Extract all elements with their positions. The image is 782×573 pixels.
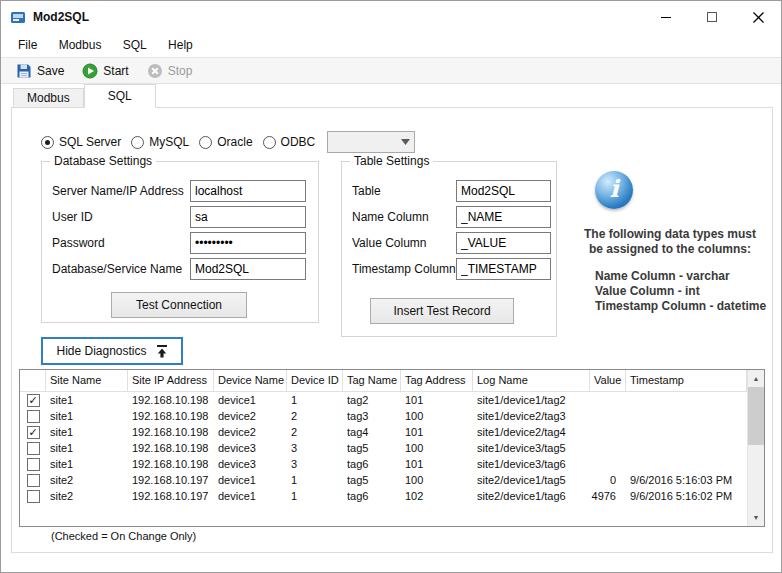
grid-cell: 100	[401, 440, 473, 456]
value-column-input[interactable]	[456, 232, 551, 254]
minimize-icon	[661, 12, 671, 22]
table-row[interactable]: site1192.168.10.198device22tag3100site1/…	[20, 408, 747, 424]
save-button[interactable]: Save	[7, 58, 73, 83]
row-checkbox[interactable]	[27, 442, 40, 455]
grid-header-check	[20, 370, 46, 391]
radio-mysql[interactable]: MySQL	[131, 135, 189, 149]
window-title: Mod2SQL	[33, 1, 89, 33]
scroll-up-icon[interactable]: ▲	[748, 370, 764, 387]
grid-header-cell[interactable]: Site IP Address	[128, 370, 214, 391]
chevron-down-icon	[396, 132, 414, 152]
title-bar[interactable]: Mod2SQL	[1, 1, 781, 33]
table-row[interactable]: site2192.168.10.197device11tag5100site2/…	[20, 472, 747, 488]
grid-scrollbar[interactable]: ▲ ▼	[747, 370, 764, 526]
table-row[interactable]: site1192.168.10.198device33tag5100site1/…	[20, 440, 747, 456]
grid-cell: device1	[214, 488, 287, 504]
grid-header-cell[interactable]: Tag Name	[343, 370, 401, 391]
tab-sql[interactable]: SQL	[84, 84, 156, 108]
radio-icon-odbc[interactable]	[263, 136, 276, 149]
odbc-dsn-dropdown[interactable]	[327, 131, 415, 153]
user-id-label: User ID	[52, 206, 93, 228]
insert-test-record-button[interactable]: Insert Test Record	[370, 298, 514, 324]
radio-icon-mysql[interactable]	[131, 136, 144, 149]
table-row[interactable]: ✓site1192.168.10.198device22tag4101site1…	[20, 424, 747, 440]
name-column-input[interactable]	[456, 206, 551, 228]
grid-cell: site1	[46, 440, 128, 456]
table-input[interactable]	[456, 180, 551, 202]
maximize-button[interactable]	[689, 1, 735, 33]
grid-cell: 192.168.10.198	[128, 392, 214, 408]
start-button[interactable]: Start	[73, 58, 137, 83]
grid-cell: 101	[401, 392, 473, 408]
grid-cell: 192.168.10.198	[128, 408, 214, 424]
grid-cell: site1	[46, 456, 128, 472]
grid-cell: site2	[46, 488, 128, 504]
grid-header-cell[interactable]: Tag Address	[401, 370, 473, 391]
grid-header-row: Site NameSite IP AddressDevice NameDevic…	[20, 370, 747, 392]
database-type-radios: SQL Server MySQL Oracle ODBC	[41, 130, 415, 154]
grid-header-cell[interactable]: Log Name	[473, 370, 590, 391]
menu-item-help[interactable]: Help	[159, 33, 202, 57]
grid-cell: 101	[401, 424, 473, 440]
grid-header-cell[interactable]: Timestamp	[626, 370, 747, 391]
grid-cell	[590, 392, 626, 408]
save-icon	[16, 63, 32, 79]
table-row[interactable]: ✓site1192.168.10.198device11tag2101site1…	[20, 392, 747, 408]
grid-cell: tag5	[343, 472, 401, 488]
grid-header-cell[interactable]: Site Name	[46, 370, 128, 391]
radio-icon-oracle[interactable]	[199, 136, 212, 149]
grid-header-cell[interactable]: Value	[590, 370, 626, 391]
grid-cell: 192.168.10.197	[128, 472, 214, 488]
menu-item-file[interactable]: File	[9, 33, 46, 57]
toolbar: Save Start Stop	[1, 57, 781, 84]
close-icon	[753, 12, 764, 23]
user-id-input[interactable]	[190, 206, 306, 228]
grid-cell	[626, 424, 747, 440]
grid-header-cell[interactable]: Device Name	[214, 370, 287, 391]
row-checkbox[interactable]: ✓	[27, 426, 40, 439]
server-name-input[interactable]	[190, 180, 306, 202]
menu-bar: File Modbus SQL Help	[1, 33, 781, 57]
radio-odbc[interactable]: ODBC	[263, 135, 316, 149]
close-button[interactable]	[735, 1, 781, 33]
checked-footnote: (Checked = On Change Only)	[51, 530, 196, 542]
radio-icon-sql-server[interactable]	[41, 136, 54, 149]
app-icon	[10, 9, 26, 25]
table-row[interactable]: site1192.168.10.198device33tag6101site1/…	[20, 456, 747, 472]
radio-oracle[interactable]: Oracle	[199, 135, 252, 149]
scrollbar-thumb[interactable]	[748, 387, 764, 445]
radio-label-mysql: MySQL	[149, 135, 189, 149]
radio-sql-server[interactable]: SQL Server	[41, 135, 121, 149]
row-checkbox[interactable]	[27, 458, 40, 471]
database-settings-group: Database Settings Server Name/IP Address…	[41, 161, 319, 323]
row-checkbox[interactable]	[27, 474, 40, 487]
info-heading-line1: The following data types must	[563, 227, 777, 242]
grid-cell: 100	[401, 408, 473, 424]
password-input[interactable]	[190, 232, 306, 254]
row-checkbox[interactable]	[27, 490, 40, 503]
hide-diagnostics-button[interactable]: Hide Diagnostics	[41, 337, 183, 365]
timestamp-column-input[interactable]	[456, 258, 551, 280]
grid-cell: site2/device1/tag5	[473, 472, 590, 488]
row-checkbox[interactable]: ✓	[27, 394, 40, 407]
grid-cell	[626, 392, 747, 408]
table-label: Table	[352, 180, 381, 202]
menu-item-modbus[interactable]: Modbus	[50, 33, 111, 57]
grid-cell: 2	[287, 424, 343, 440]
menu-item-sql[interactable]: SQL	[114, 33, 156, 57]
tab-modbus[interactable]: Modbus	[13, 88, 84, 108]
hide-diagnostics-label: Hide Diagnostics	[56, 344, 146, 358]
database-name-input[interactable]	[190, 258, 306, 280]
table-row[interactable]: site2192.168.10.197device11tag6102site2/…	[20, 488, 747, 504]
scroll-down-icon[interactable]: ▼	[748, 509, 764, 526]
row-checkbox[interactable]	[27, 410, 40, 423]
grid-cell: 192.168.10.197	[128, 488, 214, 504]
grid-cell: 100	[401, 472, 473, 488]
start-icon	[82, 63, 98, 79]
minimize-button[interactable]	[643, 1, 689, 33]
row-check-cell	[20, 472, 46, 488]
grid-header-cell[interactable]: Device ID	[287, 370, 343, 391]
test-connection-button[interactable]: Test Connection	[111, 292, 247, 318]
grid-cell	[626, 440, 747, 456]
info-panel: The following data types must be assigne…	[563, 227, 777, 314]
